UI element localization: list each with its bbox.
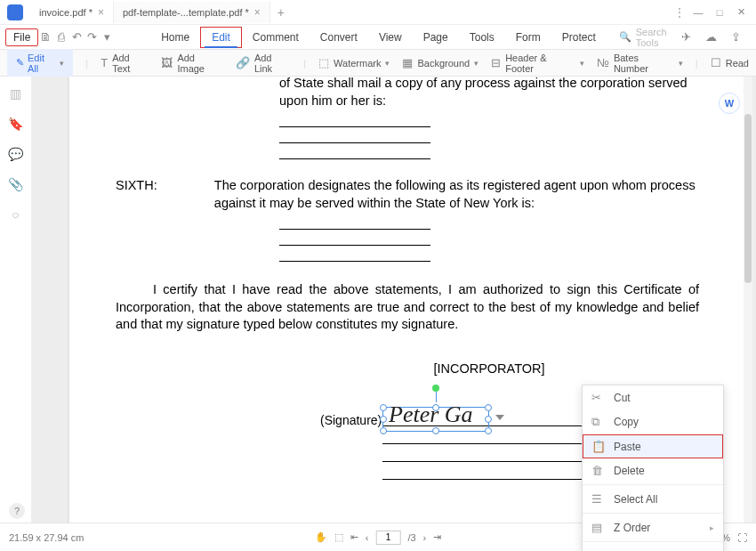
background-icon: ▦: [402, 56, 413, 69]
fullscreen-icon[interactable]: ⛶: [737, 532, 747, 543]
ctx-cut[interactable]: ✂Cut: [583, 385, 723, 409]
resize-handle[interactable]: [380, 404, 387, 411]
maximize-button[interactable]: □: [710, 4, 729, 21]
ctx-rotate-left[interactable]: ↶Rotate Left: [583, 544, 723, 551]
blank-lines: [279, 115, 699, 159]
signature-text[interactable]: Peter Ga: [389, 399, 473, 430]
tab-protect[interactable]: Protect: [551, 28, 607, 47]
tab-edit[interactable]: Edit: [200, 27, 242, 48]
ctx-delete[interactable]: 🗑Delete: [583, 458, 723, 482]
resize-handle[interactable]: [485, 404, 492, 411]
bates-number-button[interactable]: №Bates Number▾: [597, 53, 683, 74]
tab-template[interactable]: pdf-template-...template.pdf * ×: [114, 2, 270, 23]
comments-icon[interactable]: 💬: [8, 146, 24, 162]
attachments-icon[interactable]: 📎: [8, 176, 24, 192]
read-icon: ☐: [711, 56, 721, 69]
cloud-icon[interactable]: ☁: [701, 28, 720, 47]
tab-convert[interactable]: Convert: [310, 28, 368, 47]
tab-view[interactable]: View: [368, 28, 413, 47]
add-text-button[interactable]: TAdd Text: [101, 53, 149, 74]
edit-toolbar: ✎ Edit All ▾ | TAdd Text 🖼Add Image 🔗Add…: [0, 50, 756, 77]
undo-icon[interactable]: ↶: [69, 28, 84, 47]
page-nav: ✋ ⬚ ⇤ ‹ /3 › ⇥: [315, 531, 442, 545]
tab-page[interactable]: Page: [413, 28, 459, 47]
link-icon: 🔗: [236, 56, 250, 69]
page-total: /3: [407, 532, 415, 543]
help-button[interactable]: ?: [9, 503, 25, 519]
context-menu: ✂Cut ⧉Copy 📋Paste 🗑Delete ☰Select All ▤Z…: [582, 385, 724, 551]
certification-text: I certify that I have read the above sta…: [116, 281, 699, 334]
close-icon[interactable]: ×: [98, 6, 104, 19]
kebab-icon[interactable]: ⋮: [672, 5, 687, 20]
page-input[interactable]: [375, 531, 400, 545]
redo-icon[interactable]: ↷: [84, 28, 100, 47]
background-button[interactable]: ▦Background▾: [402, 56, 479, 69]
prev-page-icon[interactable]: ‹: [366, 532, 369, 543]
bookmarks-icon[interactable]: 🔖: [8, 116, 24, 132]
sixth-row: SIXTH: The corporation designates the fo…: [116, 177, 699, 212]
ctx-select-all[interactable]: ☰Select All: [583, 487, 723, 511]
tab-invoice[interactable]: invoice.pdf * ×: [30, 2, 114, 23]
word-badge-icon[interactable]: W: [719, 93, 740, 114]
image-icon: 🖼: [161, 56, 173, 69]
signature-block: (Signature) Peter Ga: [382, 412, 614, 480]
tab-label: invoice.pdf *: [39, 7, 92, 18]
doc-text: of State shall mail a copy of any proces…: [279, 77, 699, 109]
first-page-icon[interactable]: ⇤: [350, 531, 358, 543]
select-all-icon: ☰: [591, 492, 605, 506]
tab-tools[interactable]: Tools: [459, 28, 505, 47]
file-menu-button[interactable]: File: [5, 28, 38, 46]
resize-handle[interactable]: [432, 427, 439, 434]
save-icon[interactable]: 🗎: [38, 28, 53, 47]
close-icon[interactable]: ×: [254, 6, 261, 19]
paste-icon: 📋: [591, 440, 605, 453]
rotate-handle[interactable]: [432, 385, 439, 392]
resize-handle[interactable]: [380, 427, 387, 434]
header-icon: ⊟: [491, 56, 501, 69]
watermark-button[interactable]: ⬚Watermark▾: [318, 56, 390, 69]
vertical-scrollbar[interactable]: [744, 77, 752, 523]
tab-form[interactable]: Form: [505, 28, 551, 47]
ctx-z-order[interactable]: ▤Z Order▸: [583, 515, 723, 539]
resize-handle[interactable]: [432, 404, 439, 411]
thumbnails-icon[interactable]: ▥: [8, 85, 24, 101]
signature-label: (Signature): [320, 412, 382, 429]
delete-icon: 🗑: [591, 464, 605, 477]
tab-comment[interactable]: Comment: [242, 28, 310, 47]
edit-all-button[interactable]: ✎ Edit All ▾: [7, 49, 73, 77]
ctx-copy[interactable]: ⧉Copy: [583, 409, 723, 434]
hand-tool-icon[interactable]: ✋: [315, 531, 327, 543]
selection-box[interactable]: Peter Ga: [382, 407, 489, 432]
titlebar: invoice.pdf * × pdf-template-...template…: [0, 0, 756, 25]
select-tool-icon[interactable]: ⬚: [334, 531, 343, 543]
menu-tabs: Home Edit Comment Convert View Page Tool…: [150, 27, 607, 48]
dropdown-icon[interactable]: ▾: [100, 28, 115, 47]
share-icon[interactable]: ⇪: [726, 28, 745, 47]
add-link-button[interactable]: 🔗Add Link: [236, 53, 291, 74]
watermark-icon: ⬚: [318, 56, 329, 69]
new-tab-button[interactable]: +: [270, 5, 292, 20]
search-tools[interactable]: 🔍 Search Tools: [619, 27, 676, 48]
tab-home[interactable]: Home: [150, 28, 200, 47]
send-icon[interactable]: ✈: [676, 28, 696, 47]
last-page-icon[interactable]: ⇥: [433, 531, 441, 543]
resize-handle[interactable]: [485, 416, 492, 423]
dropdown-icon[interactable]: [495, 415, 504, 420]
close-window-button[interactable]: ✕: [731, 4, 751, 21]
next-page-icon[interactable]: ›: [423, 532, 427, 543]
copy-icon: ⧉: [591, 415, 605, 429]
read-button[interactable]: ☐Read: [711, 56, 749, 69]
incorporator-label: [INCORPORATOR]: [382, 361, 596, 378]
resize-handle[interactable]: [380, 416, 387, 423]
ctx-paste[interactable]: 📋Paste: [583, 434, 723, 458]
minimize-button[interactable]: —: [688, 4, 708, 21]
sixth-label: SIXTH:: [116, 177, 214, 212]
scroll-thumb[interactable]: [744, 114, 752, 283]
edit-icon: ✎: [16, 57, 24, 69]
add-image-button[interactable]: 🖼Add Image: [161, 53, 223, 74]
print-icon[interactable]: ⎙: [54, 28, 69, 47]
sixth-text: The corporation designates the following…: [214, 177, 699, 212]
search-panel-icon[interactable]: ○: [8, 207, 24, 223]
header-footer-button[interactable]: ⊟Header & Footer▾: [491, 53, 584, 74]
resize-handle[interactable]: [485, 427, 492, 434]
